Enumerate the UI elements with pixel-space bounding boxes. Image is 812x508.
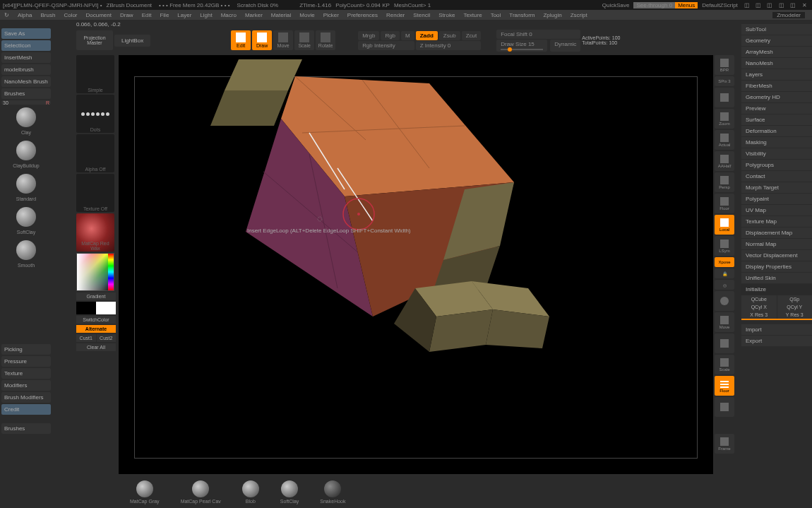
color-picker[interactable] xyxy=(76,253,114,291)
menu-alpha[interactable]: Alpha xyxy=(13,12,36,18)
menus-toggle[interactable]: Menus xyxy=(675,2,698,8)
aahalf-button[interactable]: AAHalf xyxy=(715,151,734,171)
panel-visibility[interactable]: Visibility xyxy=(741,148,812,159)
panel-geometryhd[interactable]: Geometry HD xyxy=(741,92,812,102)
panel-surface[interactable]: Surface xyxy=(741,114,812,125)
dock-blob[interactable]: Blob xyxy=(242,480,259,504)
panel-unifiedskin[interactable]: Unified Skin xyxy=(741,273,812,283)
spix-slider[interactable]: SPix 3 xyxy=(715,76,734,86)
alpha-off-thumb[interactable]: Alpha Off xyxy=(76,134,114,172)
export-button[interactable]: Export xyxy=(741,336,812,346)
frame-button[interactable]: Frame xyxy=(715,434,734,454)
brush-clay[interactable] xyxy=(16,107,36,127)
pressure-menu[interactable]: Pressure xyxy=(1,356,51,367)
brush-claybuildup[interactable] xyxy=(16,141,36,160)
menu-document[interactable]: Document xyxy=(82,12,116,18)
brush-standard[interactable] xyxy=(16,174,36,194)
layout-icon[interactable]: ◫ xyxy=(778,2,785,8)
menu-movie[interactable]: Movie xyxy=(295,12,318,18)
close-icon[interactable]: ✕ xyxy=(801,2,808,8)
move-button[interactable]: Move xyxy=(715,312,734,332)
scroll-button[interactable] xyxy=(715,88,734,107)
menu-preferences[interactable]: Preferences xyxy=(343,12,382,18)
texture-off-thumb[interactable]: Texture Off xyxy=(76,174,114,212)
scale-mode-button[interactable]: Scale xyxy=(294,30,314,50)
menu-render[interactable]: Render xyxy=(382,12,409,18)
panel-uvmap[interactable]: UV Map xyxy=(741,205,812,215)
menu-brush[interactable]: Brush xyxy=(36,12,59,18)
move-mode-button[interactable]: Move xyxy=(273,30,293,50)
menu-stroke[interactable]: Stroke xyxy=(434,12,459,18)
panel-subtool[interactable]: SubTool xyxy=(741,24,812,35)
focal-shift-slider[interactable]: Focal Shift 0 xyxy=(496,30,580,39)
menu-color[interactable]: Color xyxy=(59,12,81,18)
panel-masking[interactable]: Masking xyxy=(741,137,812,148)
dock-matcap-gray[interactable]: MatCap Gray xyxy=(130,480,160,504)
zsub-button[interactable]: Zsub xyxy=(439,31,460,40)
menu-picker[interactable]: Picker xyxy=(319,12,343,18)
seethrough-slider[interactable]: See-through 0 xyxy=(633,2,675,8)
zoom3d-button[interactable] xyxy=(715,333,734,353)
target-button[interactable]: ◎ xyxy=(715,280,734,290)
panel-arraymesh[interactable]: ArrayMesh xyxy=(741,47,812,57)
clear-all-button[interactable]: Clear All xyxy=(76,343,116,351)
xyz-button[interactable]: Xpose xyxy=(715,257,734,267)
menu-stencil[interactable]: Stencil xyxy=(409,12,434,18)
panel-geometry[interactable]: Geometry xyxy=(741,35,812,46)
rgb-intensity-slider[interactable]: Rgb Intensity xyxy=(358,41,414,50)
zadd-button[interactable]: Zadd xyxy=(416,31,438,40)
layout-icon[interactable]: ◫ xyxy=(755,2,762,8)
layout-icon[interactable]: ◫ xyxy=(789,2,796,8)
panel-displacementmap[interactable]: Displacement Map xyxy=(741,228,812,238)
menu-material[interactable]: Material xyxy=(267,12,295,18)
panel-initialize[interactable]: Initialize xyxy=(741,284,812,295)
zoom-button[interactable]: Zoom xyxy=(715,109,734,129)
alternate-button[interactable]: Alternate xyxy=(76,325,116,333)
z-intensity-slider[interactable]: Z Intensity 0 xyxy=(416,41,481,50)
m-button[interactable]: M xyxy=(401,31,414,40)
yres-slider[interactable]: Y Res 3 xyxy=(777,311,813,319)
texture-menu[interactable]: Texture xyxy=(1,368,51,379)
menu-macro[interactable]: Macro xyxy=(217,12,241,18)
draw-size-slider[interactable]: Draw Size 15 xyxy=(496,40,547,52)
transp-button[interactable] xyxy=(715,397,734,417)
floor-button[interactable]: Floor xyxy=(715,194,734,213)
dock-snakehook[interactable]: SnakeHook xyxy=(320,480,345,504)
menu-marker[interactable]: Marker xyxy=(241,12,267,18)
hue-bar[interactable] xyxy=(108,254,114,290)
brush-slider[interactable]: 30R xyxy=(1,100,51,105)
rgb-button[interactable]: Rgb xyxy=(381,31,400,40)
mrgb-button[interactable]: Mrgb xyxy=(358,31,379,40)
refresh-icon[interactable]: ↻ xyxy=(4,12,9,18)
matcap-thumb[interactable]: MatCap Red Wax xyxy=(76,213,114,252)
brush-smooth[interactable] xyxy=(16,240,36,260)
persp-button[interactable]: Persp xyxy=(715,172,734,192)
layout-icon[interactable]: ◫ xyxy=(766,2,773,8)
gradient-toggle[interactable]: Gradient xyxy=(76,293,116,300)
qcylx-button[interactable]: QCyl X xyxy=(741,303,777,311)
panel-polypaint[interactable]: Polypaint xyxy=(741,194,812,204)
picking-menu[interactable]: Picking xyxy=(1,344,51,355)
default-script[interactable]: DefaultZScript xyxy=(698,2,742,8)
modifiers-menu[interactable]: Modifiers xyxy=(1,380,51,391)
brush-softclay[interactable] xyxy=(16,207,36,227)
zcut-button[interactable]: Zcut xyxy=(462,31,482,40)
menu-zplugin[interactable]: Zplugin xyxy=(539,12,566,18)
panel-fibermesh[interactable]: FiberMesh xyxy=(741,81,812,91)
lock-button[interactable]: 🔒 xyxy=(715,268,734,278)
panel-vectordisp[interactable]: Vector Displacement xyxy=(741,250,812,261)
rotate-mode-button[interactable]: Rotate xyxy=(316,30,335,50)
panel-displayprops[interactable]: Display Properties xyxy=(741,261,812,272)
actual-button[interactable]: Actual xyxy=(715,130,734,150)
brush-modifiers-menu[interactable]: Brush Modifiers xyxy=(1,392,51,403)
panel-normalmap[interactable]: Normal Map xyxy=(741,239,812,249)
panel-morphtarget[interactable]: Morph Target xyxy=(741,182,812,193)
color-main[interactable] xyxy=(76,302,96,314)
panel-polygroups[interactable]: Polygroups xyxy=(741,160,812,170)
menu-layer[interactable]: Layer xyxy=(173,12,196,18)
menu-zscript[interactable]: Zscript xyxy=(566,12,592,18)
stroke-dots-thumb[interactable]: Dots xyxy=(76,95,114,133)
lsym-button[interactable]: LSym xyxy=(715,236,734,256)
save-as-button[interactable]: Save As xyxy=(1,28,51,39)
scale-button[interactable]: Scale xyxy=(715,355,734,374)
